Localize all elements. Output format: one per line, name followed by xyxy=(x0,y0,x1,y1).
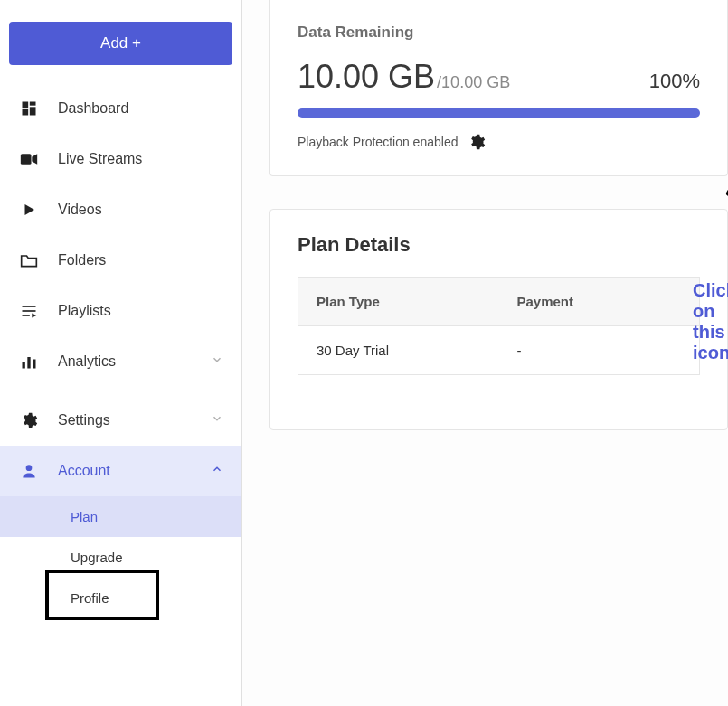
table-cell: 30 Day Trial xyxy=(298,326,499,374)
add-button[interactable]: Add + xyxy=(9,22,232,65)
data-remaining-title: Data Remaining xyxy=(298,24,700,42)
svg-rect-1 xyxy=(30,102,36,106)
table-header-cell: Plan Type xyxy=(298,278,499,325)
data-total-value: /10.00 GB xyxy=(437,73,510,91)
sidebar-item-account[interactable]: Account xyxy=(0,446,241,496)
plan-details-title: Plan Details xyxy=(298,233,700,257)
folder-icon xyxy=(18,249,40,271)
annotation-callout: Click on this icon xyxy=(693,280,728,363)
sidebar-subitem-plan[interactable]: Plan xyxy=(0,496,241,537)
analytics-icon xyxy=(18,351,40,372)
plan-table: Plan Type Payment 30 Day Trial - xyxy=(298,277,700,375)
data-remaining-row: 10.00 GB/10.00 GB 100% xyxy=(298,58,700,96)
data-used-value: 10.00 GB xyxy=(298,58,435,95)
sidebar-item-label: Analytics xyxy=(58,353,116,370)
sidebar-item-label: Account xyxy=(58,463,110,479)
chevron-down-icon xyxy=(211,353,223,370)
camera-icon xyxy=(18,148,40,170)
sidebar-subitem-upgrade[interactable]: Upgrade xyxy=(0,537,241,578)
svg-rect-8 xyxy=(23,362,25,369)
sidebar-subitem-label: Upgrade xyxy=(71,550,123,565)
sidebar-item-label: Live Streams xyxy=(58,151,142,167)
svg-rect-3 xyxy=(23,109,29,116)
playback-settings-button[interactable] xyxy=(467,132,487,152)
sidebar-item-videos[interactable]: Videos xyxy=(0,184,241,235)
divider xyxy=(0,391,241,391)
sidebar-item-dashboard[interactable]: Dashboard xyxy=(0,83,241,134)
progress-bar xyxy=(298,108,700,118)
table-row: 30 Day Trial - xyxy=(298,326,699,375)
svg-rect-9 xyxy=(27,357,30,369)
svg-rect-0 xyxy=(23,102,29,108)
gear-icon xyxy=(18,409,40,431)
sidebar-item-livestreams[interactable]: Live Streams xyxy=(0,134,241,184)
play-icon xyxy=(18,199,40,221)
svg-rect-4 xyxy=(21,154,32,165)
data-percent-value: 100% xyxy=(649,70,700,93)
main-content: Data Remaining 10.00 GB/10.00 GB 100% Pl… xyxy=(242,0,728,706)
playback-row: Playback Protection enabled xyxy=(298,132,700,152)
sidebar-item-label: Videos xyxy=(58,202,102,218)
gear-icon xyxy=(468,133,486,151)
chevron-up-icon xyxy=(211,463,223,479)
svg-point-11 xyxy=(26,465,33,471)
sidebar-item-folders[interactable]: Folders xyxy=(0,235,241,286)
playback-label: Playback Protection enabled xyxy=(298,135,458,149)
data-remaining-card: Data Remaining 10.00 GB/10.00 GB 100% Pl… xyxy=(269,0,728,176)
sidebar-item-label: Settings xyxy=(58,412,110,428)
table-cell: - xyxy=(499,326,700,374)
sidebar-item-playlists[interactable]: Playlists xyxy=(0,286,241,336)
playlist-icon xyxy=(18,300,40,322)
svg-rect-2 xyxy=(30,107,36,115)
plan-details-card: Plan Details Plan Type Payment 30 Day Tr… xyxy=(269,209,728,430)
sidebar-item-label: Playlists xyxy=(58,303,111,319)
sidebar-item-label: Folders xyxy=(58,252,106,268)
person-icon xyxy=(18,460,40,482)
sidebar-subitem-profile[interactable]: Profile xyxy=(0,578,241,618)
dashboard-icon xyxy=(18,98,40,119)
svg-rect-10 xyxy=(33,360,35,369)
sidebar-item-analytics[interactable]: Analytics xyxy=(0,336,241,387)
table-header-cell: Payment xyxy=(499,278,700,325)
sidebar-subitem-label: Profile xyxy=(71,590,109,606)
table-header-row: Plan Type Payment xyxy=(298,278,699,326)
sidebar-item-settings[interactable]: Settings xyxy=(0,395,241,446)
sidebar-item-label: Dashboard xyxy=(58,100,128,117)
chevron-down-icon xyxy=(211,412,223,428)
sidebar-subitem-label: Plan xyxy=(71,509,98,524)
sidebar: Add + Dashboard Live Streams Videos Fold… xyxy=(0,0,242,706)
